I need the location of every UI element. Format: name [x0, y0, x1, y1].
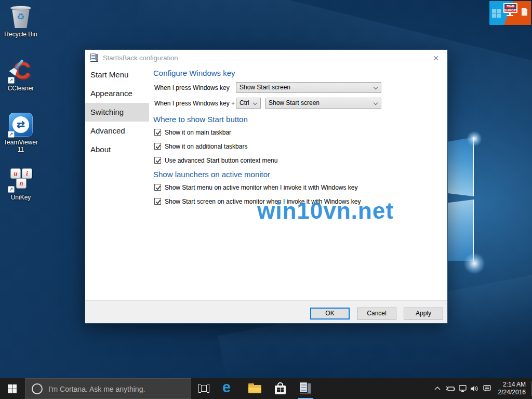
shortcut-arrow-icon: ↗	[8, 77, 15, 84]
window-titlebar[interactable]: StartIsBack configuration ✕	[85, 50, 447, 65]
taskbar-clock[interactable]: 2:14 AM 2/24/2016	[494, 381, 526, 396]
windows-logo-icon	[492, 9, 501, 18]
window-title: StartIsBack configuration	[103, 54, 178, 62]
search-placeholder: I'm Cortana. Ask me anything.	[48, 385, 145, 393]
taskbar-startisback-button[interactable]	[295, 378, 316, 399]
taskbar: I'm Cortana. Ask me anything. e	[0, 378, 532, 399]
apply-button[interactable]: Apply	[404, 308, 443, 320]
file-explorer-icon	[248, 383, 262, 394]
battery-plug-icon	[445, 384, 456, 393]
chevron-up-icon	[433, 384, 442, 393]
shortcut-arrow-icon: ↗	[8, 131, 15, 138]
start-button[interactable]	[0, 378, 25, 399]
windows-logo-icon	[8, 384, 17, 393]
section-heading-show-launchers: Show launchers on active monitor	[153, 170, 270, 179]
desktop-icon-label: TeamViewer 11	[1, 139, 41, 153]
settings-content: Configure Windows key When I press Windo…	[149, 65, 447, 300]
desktop-icon-label: CCleaner	[1, 85, 41, 92]
windows-key-modifier-label: When I press Windows key +	[154, 100, 235, 107]
banner-top-text: TEAM	[506, 5, 515, 8]
checkbox-checked-icon[interactable]	[154, 198, 161, 205]
clock-date: 2/24/2016	[494, 389, 526, 396]
speaker-icon	[470, 384, 479, 393]
nav-item-advanced[interactable]: Advanced	[85, 122, 149, 140]
modifier-key-select[interactable]: Ctrl	[236, 98, 261, 109]
shortcut-arrow-icon: ↗	[8, 186, 15, 193]
teamviewer-icon: ⇄ ↗	[8, 112, 33, 137]
selected-value: Show Start screen	[269, 99, 320, 107]
taskbar-edge-button[interactable]: e	[219, 378, 240, 399]
windows-key-action-select[interactable]: Show Start screen	[236, 82, 381, 93]
modifier-action-select[interactable]: Show Start screen	[265, 98, 381, 109]
desktop-promo-banner: TEAM SUPPORT	[489, 1, 531, 25]
dialog-footer: OK Cancel Apply	[85, 300, 447, 323]
cortana-icon	[32, 383, 43, 394]
tray-power-button[interactable]	[444, 378, 456, 399]
startisback-app-icon	[90, 54, 99, 62]
cortana-search-box[interactable]: I'm Cortana. Ask me anything.	[25, 378, 191, 399]
checkbox-checked-icon[interactable]	[154, 143, 161, 150]
wallpaper-glow	[467, 131, 482, 147]
action-center-icon	[483, 384, 492, 393]
chevron-down-icon	[253, 101, 257, 105]
task-view-icon	[198, 384, 209, 393]
selected-value: Show Start screen	[240, 84, 290, 91]
tray-network-button[interactable]	[457, 378, 468, 399]
desktop-icon-label: UniKey	[1, 194, 41, 201]
startisback-icon	[300, 382, 312, 395]
monitor-icon: TEAM SUPPORT	[503, 3, 517, 13]
desktop-icon-teamviewer[interactable]: ⇄ ↗ TeamViewer 11	[1, 112, 41, 153]
ccleaner-icon: C ↗	[8, 58, 33, 83]
nav-item-start-menu[interactable]: Start Menu	[85, 65, 149, 84]
desktop-icon-recycle-bin[interactable]: ♻ Recycle Bin	[1, 4, 41, 38]
nav-item-switching[interactable]: Switching	[85, 103, 149, 122]
close-icon[interactable]: ✕	[431, 53, 441, 63]
recycle-symbol-icon: ♻	[8, 11, 33, 22]
taskbar-file-explorer-button[interactable]	[244, 378, 265, 399]
taskbar-store-button[interactable]	[270, 378, 291, 399]
desktop-icon-label: Recycle Bin	[1, 31, 41, 38]
ok-button[interactable]: OK	[310, 308, 350, 320]
cancel-button[interactable]: Cancel	[357, 308, 396, 320]
nav-item-appearance[interactable]: Appearance	[85, 84, 149, 103]
nav-item-about[interactable]: About	[85, 140, 149, 159]
clock-time: 2:14 AM	[494, 381, 526, 389]
recycle-bin-icon: ♻	[8, 4, 33, 29]
section-heading-where-to-show-start-button: Where to show Start button	[153, 115, 248, 124]
office-document-icon	[522, 8, 527, 16]
tray-action-center-button[interactable]	[482, 378, 493, 399]
network-icon	[458, 384, 467, 393]
store-icon	[275, 382, 286, 395]
chevron-down-icon	[374, 85, 378, 89]
desktop-icon-unikey[interactable]: u i n ↗ UniKey	[1, 167, 41, 201]
selected-value: Ctrl	[240, 99, 249, 107]
startisback-configuration-window: StartIsBack configuration ✕ Start Menu A…	[85, 49, 448, 324]
checkbox-checked-icon[interactable]	[154, 184, 161, 191]
checkbox-checked-icon[interactable]	[154, 157, 161, 164]
unikey-icon: u i n ↗	[8, 167, 33, 192]
settings-nav-sidebar: Start Menu Appearance Switching Advanced…	[85, 65, 149, 300]
desktop-icon-ccleaner[interactable]: C ↗ CCleaner	[1, 58, 41, 92]
section-heading-configure-windows-key: Configure Windows key	[153, 69, 235, 77]
edge-icon: e	[222, 379, 231, 396]
chevron-down-icon	[374, 101, 378, 105]
windows-key-action-label: When I press Windows key	[154, 84, 230, 91]
banner-bottom-text: SUPPORT	[504, 9, 516, 12]
checkbox-checked-icon[interactable]	[154, 129, 161, 136]
tray-volume-button[interactable]	[469, 378, 480, 399]
task-view-button[interactable]	[193, 378, 215, 399]
tray-chevron-up-button[interactable]	[432, 378, 444, 399]
wallpaper-glow	[463, 252, 485, 274]
